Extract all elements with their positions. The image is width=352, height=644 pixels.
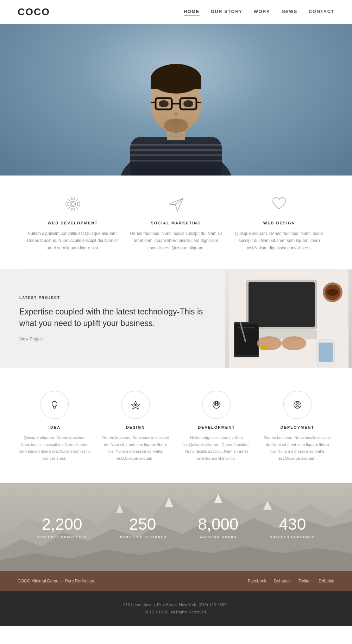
nav-news[interactable]: NEWS [282, 9, 297, 15]
footer-copy: COCO Minimal Demo — Pure Perfection. [18, 579, 95, 584]
hero-image [0, 24, 352, 176]
service-web-dev-desc: Nullam dignissim convallis est.Quisque a… [26, 230, 119, 251]
svg-rect-33 [235, 324, 258, 355]
stat-identities: 250 IDENTITIES DESIGNED [119, 515, 167, 539]
header: COCO HOME OUR STORY WORK NEWS CONTACT [0, 0, 352, 24]
svg-rect-16 [130, 144, 222, 146]
svg-point-11 [159, 100, 169, 107]
stats-section: 2,200 PROJECTS COMPLETED 250 IDENTITIES … [0, 483, 352, 571]
service-web-design-title: WEB DESIGN [233, 221, 326, 225]
footer-bottom: 210 Lorem Ipsum, First Street, New York-… [0, 591, 352, 625]
svg-point-12 [183, 100, 193, 107]
nav-home[interactable]: HOME [184, 9, 200, 15]
footer-link-facebook[interactable]: Facebook [248, 579, 266, 584]
latest-project-section: LATEST PROJECT Expertise coupled with th… [0, 269, 352, 368]
footer-address-line1: 210 Lorem Ipsum, First Street, New York-… [123, 602, 229, 607]
project-image [225, 269, 352, 368]
stat-hours: 8,000 WORKING HOURS [198, 515, 238, 539]
svg-rect-41 [319, 343, 333, 362]
stat-coffees-label: COFFEES CONSUMED [270, 535, 315, 539]
svg-line-44 [52, 402, 53, 402]
stat-projects-number: 2,200 [37, 515, 87, 533]
stat-projects: 2,200 PROJECTS COMPLETED [37, 515, 87, 539]
gear-icon [26, 195, 119, 215]
stat-coffees-number: 430 [270, 515, 315, 533]
stat-hours-number: 8,000 [198, 515, 238, 533]
service-web-dev: WEB DEVELOPMENT Nullam dignissim convall… [26, 195, 119, 251]
process-development: DEVELOPMENT Nullam dignissim conv vallis… [181, 391, 252, 462]
svg-point-15 [164, 119, 188, 133]
footer-links: Facebook Behance Twitter Dribbble [248, 579, 334, 584]
process-design: DESIGN Donec faucibus. Nunc iaculis susc… [100, 391, 171, 462]
stat-identities-number: 250 [119, 515, 167, 533]
nav-contact[interactable]: CONTACT [309, 9, 334, 15]
svg-point-51 [294, 401, 301, 408]
project-text-area: LATEST PROJECT Expertise coupled with th… [0, 269, 225, 368]
nav-work[interactable]: WORK [254, 9, 270, 15]
process-deployment-desc: Donec faucibus. Nunc iaculis suscipit du… [262, 434, 333, 462]
hero-person [116, 35, 236, 176]
service-social: SOCIAL MARKETING Donec faucibus. Nunc ia… [130, 195, 222, 251]
svg-point-42 [52, 401, 57, 406]
process-design-title: DESIGN [100, 425, 171, 429]
stat-hours-label: WORKING HOURS [198, 535, 238, 539]
footer-top: COCO Minimal Demo — Pure Perfection. Fac… [0, 571, 352, 591]
main-nav: HOME OUR STORY WORK NEWS CONTACT [184, 9, 334, 15]
development-icon [202, 391, 231, 419]
idea-icon [40, 391, 69, 419]
footer-address: 210 Lorem Ipsum, First Street, New York-… [18, 601, 334, 616]
svg-line-45 [56, 402, 57, 402]
nav-our-story[interactable]: OUR STORY [211, 9, 243, 15]
svg-rect-17 [130, 149, 222, 151]
paper-plane-icon [130, 195, 222, 215]
service-web-dev-title: WEB DEVELOPMENT [26, 221, 119, 225]
services-section: WEB DEVELOPMENT Nullam dignissim convall… [0, 176, 352, 269]
svg-point-13 [174, 112, 178, 116]
process-section: IDEA Quisque aliquam. Donec faucibus. Nu… [0, 368, 352, 483]
stat-coffees: 430 COFFEES CONSUMED [270, 515, 315, 539]
svg-rect-39 [260, 346, 268, 350]
svg-point-31 [327, 289, 338, 296]
svg-point-22 [71, 203, 74, 205]
process-design-desc: Donec faucibus. Nunc iaculis suscipit du… [100, 434, 171, 462]
stat-identities-label: IDENTITIES DESIGNED [119, 535, 167, 539]
footer-link-dribbble[interactable]: Dribbble [319, 579, 334, 584]
service-social-desc: Donec faucibus. Nunc iaculis suscipit du… [130, 230, 222, 251]
process-idea-desc: Quisque aliquam. Donec faucibus. Nunc ia… [19, 434, 90, 462]
svg-rect-18 [130, 154, 222, 156]
process-deployment: DEPLOYMENT Donec faucibus. Nunc iaculis … [262, 391, 333, 462]
process-development-desc: Nullam dignissim conv vallise est.Quisqu… [181, 434, 252, 462]
svg-point-38 [282, 336, 306, 350]
svg-rect-27 [249, 282, 315, 327]
design-icon [121, 391, 150, 419]
svg-rect-19 [130, 160, 222, 161]
project-heading: Expertise coupled with the latest techno… [19, 306, 206, 329]
stat-projects-label: PROJECTS COMPLETED [37, 535, 87, 539]
footer-link-twitter[interactable]: Twitter [298, 579, 311, 584]
process-deployment-title: DEPLOYMENT [262, 425, 333, 429]
service-social-title: SOCIAL MARKETING [130, 221, 222, 225]
footer-address-line2: 2016. COCO. All Rights Reserved. [145, 610, 207, 614]
heart-icon [233, 195, 326, 215]
svg-point-52 [296, 404, 298, 406]
footer-link-behance[interactable]: Behance [274, 579, 291, 584]
view-project-link[interactable]: View Project [19, 337, 206, 342]
deployment-icon [283, 391, 312, 419]
laptop-visual [225, 269, 352, 368]
service-web-design: WEB DESIGN Quisque aliquam. Donec faucib… [233, 195, 326, 251]
hero-section [0, 24, 352, 176]
svg-point-21 [70, 201, 76, 207]
process-idea-title: IDEA [19, 425, 90, 429]
project-label: LATEST PROJECT [19, 296, 206, 300]
logo[interactable]: COCO [18, 6, 50, 18]
process-idea: IDEA Quisque aliquam. Donec faucibus. Nu… [19, 391, 90, 462]
svg-rect-5 [151, 79, 201, 89]
stats-content: 2,200 PROJECTS COMPLETED 250 IDENTITIES … [0, 498, 352, 556]
service-web-design-desc: Quisque aliquam. Donec faucibus. Nunc ia… [233, 230, 326, 251]
svg-point-47 [134, 404, 137, 406]
process-development-title: DEVELOPMENT [181, 425, 252, 429]
